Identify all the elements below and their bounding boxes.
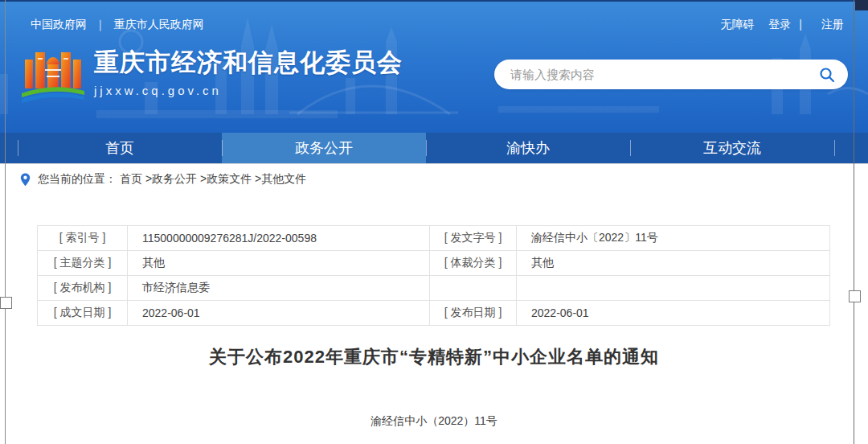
meta-value-issuing-agency: 市经济信息委 [128,276,430,301]
meta-label-subject-category: [ 主题分类 ] [38,251,128,276]
page-edge-line-left [5,0,6,444]
register-link[interactable]: 注册 [821,18,844,31]
table-row: [ 索引号 ] 11500000009276281J/2022-00598 [ … [38,226,830,251]
account-divider: | [799,18,802,31]
accessibility-link[interactable]: 无障碍 [720,18,754,31]
nav-item-interaction[interactable]: 互动交流 [630,133,834,163]
scrollbar-corner [855,0,868,10]
selection-handle-right [849,290,861,302]
link-chongqing-gov[interactable]: 重庆市人民政府网 [114,18,204,31]
nav-item-gov-disclosure[interactable]: 政务公开 [222,133,426,163]
nav-item-home[interactable]: 首页 [18,133,222,163]
meta-value-genre-category: 其他 [517,251,830,276]
topbar-divider: ｜ [95,18,106,31]
link-china-gov[interactable]: 中国政府网 [31,18,87,31]
meta-value-empty [517,276,830,301]
article-doc-number: 渝经信中小（2022）11号 [0,414,868,429]
meta-value-doc-symbol: 渝经信中小〔2022〕11号 [517,226,830,251]
search-icon[interactable] [817,65,837,84]
meta-label-written-date: [ 成文日期 ] [38,301,128,326]
meta-value-index-number: 11500000009276281J/2022-00598 [128,226,430,251]
meta-label-empty [430,276,517,301]
site-header: 中国政府网｜重庆市人民政府网 无障碍 登录|注册 [0,0,868,133]
top-utility-bar: 中国政府网｜重庆市人民政府网 无障碍 登录|注册 [0,2,868,32]
site-brand: 重庆市经济和信息化委员会 jjxxw.cq.gov.cn [20,47,403,106]
meta-label-doc-symbol: [ 发文字号 ] [430,226,517,251]
breadcrumb-path[interactable]: 首页 >政务公开 >政策文件 >其他文件 [120,172,306,187]
location-pin-icon [20,173,31,187]
meta-label-index-number: [ 索引号 ] [38,226,128,251]
table-row: [ 发布机构 ] 市经济信息委 [38,276,830,301]
account-links: 无障碍 登录|注册 [709,18,844,32]
nav-item-yukuaiban[interactable]: 渝快办 [426,133,630,163]
breadcrumb-prefix: 您当前的位置： [38,172,117,187]
meta-label-issuing-agency: [ 发布机构 ] [38,276,128,301]
main-nav-inner: 首页 政务公开 渝快办 互动交流 [18,133,850,163]
table-row: [ 成文日期 ] 2022-06-01 [ 发布日期 ] 2022-06-01 [38,301,830,326]
meta-value-written-date: 2022-06-01 [128,301,430,326]
site-url: jjxxw.cq.gov.cn [94,84,403,97]
search-input[interactable] [509,67,817,82]
meta-label-publish-date: [ 发布日期 ] [430,301,517,326]
meta-value-publish-date: 2022-06-01 [517,301,830,326]
site-title: 重庆市经济和信息化委员会 [94,48,403,77]
meta-label-genre-category: [ 体裁分类 ] [430,251,517,276]
selection-handle-left [0,297,12,309]
article-title: 关于公布2022年重庆市“专精特新”中小企业名单的通知 [0,345,868,369]
site-search [494,60,848,89]
gov-links: 中国政府网｜重庆市人民政府网 [31,18,204,32]
breadcrumb: 您当前的位置： 首页 >政务公开 >政策文件 >其他文件 [0,163,868,196]
table-row: [ 主题分类 ] 其他 [ 体裁分类 ] 其他 [38,251,830,276]
agency-logo-icon[interactable] [20,47,86,106]
document-meta-table: [ 索引号 ] 11500000009276281J/2022-00598 [ … [37,225,830,326]
login-link[interactable]: 登录 [768,18,791,31]
meta-value-subject-category: 其他 [128,251,430,276]
page-edge-line-right [854,0,854,444]
brand-text: 重庆市经济和信息化委员会 jjxxw.cq.gov.cn [94,48,403,97]
main-nav: 首页 政务公开 渝快办 互动交流 [0,133,868,163]
